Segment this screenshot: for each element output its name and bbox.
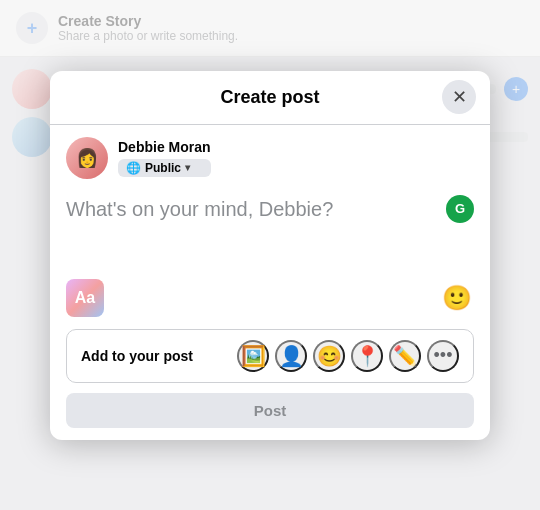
emoji-face-button[interactable]: 🙂 — [440, 281, 474, 315]
footer-tools-row: Aa 🙂 — [66, 271, 474, 329]
post-button-label: Post — [254, 402, 287, 419]
more-icon: ••• — [434, 345, 453, 366]
chevron-down-icon: ▾ — [185, 162, 190, 173]
add-pen-button[interactable]: ✏️ — [389, 340, 421, 372]
text-background-button[interactable]: Aa — [66, 279, 104, 317]
more-options-button[interactable]: ••• — [427, 340, 459, 372]
user-row: 👩 Debbie Moran 🌐 Public ▾ — [66, 137, 474, 179]
add-to-post-bar: Add to your post 🖼️ 👤 😊 📍 ✏️ — [66, 329, 474, 383]
tag-people-button[interactable]: 👤 — [275, 340, 307, 372]
add-icons-row: 🖼️ 👤 😊 📍 ✏️ ••• — [237, 340, 459, 372]
add-photo-button[interactable]: 🖼️ — [237, 340, 269, 372]
modal-header: Create post ✕ — [50, 71, 490, 125]
photo-icon: 🖼️ — [241, 344, 266, 368]
modal-title: Create post — [220, 87, 319, 107]
add-emoji-button[interactable]: 😊 — [313, 340, 345, 372]
pen-icon: ✏️ — [393, 344, 418, 368]
emoji-icon: 😊 — [317, 344, 342, 368]
create-post-modal: Create post ✕ 👩 Debbie Moran 🌐 Public ▾ — [50, 71, 490, 440]
add-location-button[interactable]: 📍 — [351, 340, 383, 372]
close-icon: ✕ — [452, 86, 467, 108]
tag-icon: 👤 — [279, 344, 304, 368]
modal-overlay: Create post ✕ 👩 Debbie Moran 🌐 Public ▾ — [0, 0, 540, 510]
grammarly-icon: G — [446, 195, 474, 223]
modal-body: 👩 Debbie Moran 🌐 Public ▾ What's on your… — [50, 125, 490, 440]
add-to-post-label: Add to your post — [81, 348, 193, 364]
close-button[interactable]: ✕ — [442, 80, 476, 114]
user-info: Debbie Moran 🌐 Public ▾ — [118, 139, 211, 177]
post-placeholder[interactable]: What's on your mind, Debbie? — [66, 195, 446, 223]
location-icon: 📍 — [355, 344, 380, 368]
post-input-area: What's on your mind, Debbie? G — [66, 191, 474, 271]
globe-icon: 🌐 — [126, 161, 141, 175]
emoji-face-icon: 🙂 — [442, 284, 472, 312]
post-button[interactable]: Post — [66, 393, 474, 428]
privacy-dropdown[interactable]: 🌐 Public ▾ — [118, 159, 211, 177]
user-name: Debbie Moran — [118, 139, 211, 155]
privacy-label: Public — [145, 161, 181, 175]
avatar: 👩 — [66, 137, 108, 179]
